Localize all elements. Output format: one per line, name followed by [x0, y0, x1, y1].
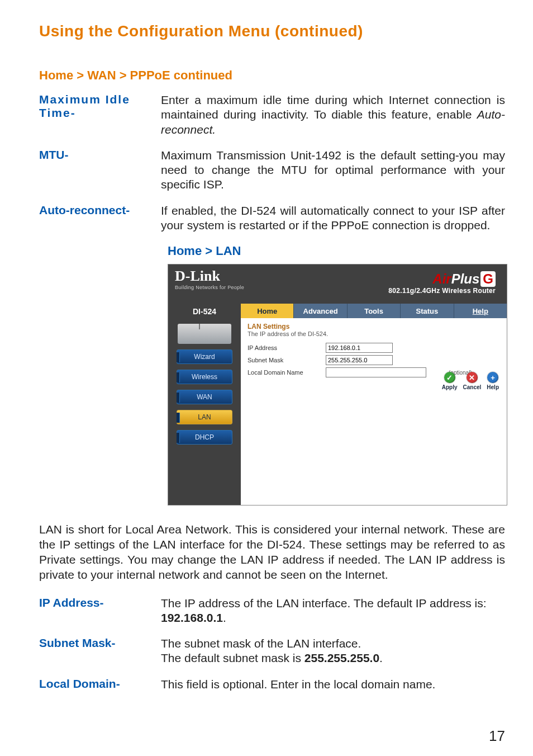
- body-auto-reconnect: If enabled, the DI-524 will automaticall…: [161, 204, 505, 233]
- field-row-mask: Subnet Mask: [248, 355, 500, 365]
- def-max-idle: Maximum Idle Time- Enter a maximum idle …: [39, 93, 505, 137]
- router-ui-frame: D-Link Building Networks for People AirP…: [168, 264, 507, 505]
- def-mtu: MTU- Maximum Transmission Unit-1492 is t…: [39, 148, 505, 192]
- apply-button[interactable]: ✓ Apply: [442, 372, 458, 390]
- text: The IP address of the LAN interface. The…: [161, 597, 487, 609]
- sidebar-item-wireless[interactable]: Wireless: [177, 370, 232, 384]
- brand-air: Air: [432, 271, 451, 286]
- def-ip-address: IP Address- The IP address of the LAN in…: [39, 596, 505, 626]
- action-label: Apply: [442, 384, 458, 390]
- page-title: Using the Configuration Menu (continued): [39, 22, 505, 40]
- breadcrumb-text: Home > WAN > PPPoE continued: [39, 68, 232, 82]
- label-subnet-mask: Subnet Mask: [248, 357, 320, 363]
- action-row: ✓ Apply ✕ Cancel + Help: [442, 372, 499, 390]
- router-tabs: Home Advanced Tools Status Help: [241, 304, 507, 318]
- term-auto-reconnect: Auto-reconnect-: [39, 204, 161, 233]
- term-ip-address: IP Address-: [39, 596, 161, 626]
- field-row-ip: IP Address: [248, 343, 500, 353]
- cancel-button[interactable]: ✕ Cancel: [463, 372, 482, 390]
- input-ip-address[interactable]: [326, 343, 393, 353]
- router-screenshot: D-Link Building Networks for People AirP…: [168, 264, 505, 505]
- body-mtu: Maximum Transmission Unit-1492 is the de…: [161, 148, 505, 192]
- label-ip-address: IP Address: [248, 344, 320, 351]
- tab-help[interactable]: Help: [454, 304, 507, 318]
- panel-subtitle: The IP address of the DI-524.: [248, 330, 500, 337]
- device-image: [178, 324, 231, 344]
- action-label: Help: [487, 384, 499, 390]
- tab-home[interactable]: Home: [241, 304, 294, 318]
- term-max-idle: Maximum Idle Time-: [39, 93, 161, 137]
- text: The default subnet mask is: [161, 651, 304, 664]
- def-local-domain: Local Domain- This field is optional. En…: [39, 677, 505, 692]
- body-local-domain: This field is optional. Enter in the loc…: [161, 677, 505, 692]
- tab-status[interactable]: Status: [401, 304, 454, 318]
- tab-tools[interactable]: Tools: [348, 304, 401, 318]
- label-local-domain: Local Domain Name: [248, 369, 320, 376]
- section-home-lan: Home > LAN: [168, 244, 505, 258]
- text: .: [223, 611, 226, 624]
- term-subnet-mask: Subnet Mask-: [39, 636, 161, 666]
- sidebar-item-wizard[interactable]: Wizard: [177, 349, 232, 364]
- airplus-sub: 802.11g/2.4GHz Wireless Router: [388, 287, 496, 295]
- brand-plus: Plus: [451, 271, 480, 286]
- breadcrumb-wan-pppoe: Home > WAN > PPPoE continued: [39, 68, 505, 83]
- sidebar-item-label: Wireless: [192, 373, 217, 381]
- airplus-main: AirPlusG: [388, 271, 496, 287]
- text-bold: 192.168.0.1: [161, 611, 223, 624]
- action-label: Cancel: [463, 384, 482, 390]
- text: The subnet mask of the LAN interface.: [161, 637, 361, 650]
- router-header: D-Link Building Networks for People AirP…: [168, 264, 507, 304]
- x-icon: ✕: [467, 372, 478, 383]
- brand-g: G: [480, 271, 496, 287]
- sidebar-item-wan[interactable]: WAN: [177, 390, 232, 404]
- term-local-domain: Local Domain-: [39, 677, 161, 692]
- def-auto-reconnect: Auto-reconnect- If enabled, the DI-524 w…: [39, 204, 505, 233]
- input-subnet-mask[interactable]: [326, 355, 393, 365]
- text: Enter a maximum idle time during which I…: [161, 93, 505, 121]
- plus-icon: +: [487, 372, 498, 383]
- panel-title: LAN Settings: [248, 323, 500, 330]
- router-sidebar: DI-524 Wizard Wireless WAN LAN DHCP: [168, 304, 241, 505]
- sidebar-item-lan[interactable]: LAN: [177, 410, 232, 424]
- page-number: 17: [489, 727, 505, 745]
- sidebar-item-label: Wizard: [194, 353, 215, 361]
- airplus-brand: AirPlusG 802.11g/2.4GHz Wireless Router: [388, 271, 496, 295]
- text-bold: 255.255.255.0: [304, 651, 379, 664]
- sidebar-item-label: LAN: [198, 413, 211, 421]
- help-button[interactable]: + Help: [487, 372, 499, 390]
- input-local-domain[interactable]: [326, 367, 426, 377]
- tab-advanced[interactable]: Advanced: [294, 304, 347, 318]
- router-main: Home Advanced Tools Status Help LAN Sett…: [241, 304, 507, 505]
- def-subnet-mask: Subnet Mask- The subnet mask of the LAN …: [39, 636, 505, 666]
- sidebar-item-dhcp[interactable]: DHCP: [177, 430, 232, 445]
- body-ip-address: The IP address of the LAN interface. The…: [161, 596, 505, 626]
- sidebar-item-label: WAN: [197, 393, 212, 401]
- body-max-idle: Enter a maximum idle time during which I…: [161, 93, 505, 137]
- check-icon: ✓: [444, 372, 455, 383]
- lan-settings-panel: LAN Settings The IP address of the DI-52…: [241, 318, 507, 486]
- body-subnet-mask: The subnet mask of the LAN interface. Th…: [161, 636, 505, 666]
- sidebar-item-label: DHCP: [195, 433, 214, 441]
- text: .: [379, 651, 383, 664]
- model-label: DI-524: [193, 307, 216, 316]
- term-mtu: MTU-: [39, 148, 161, 192]
- lan-description: LAN is short for Local Area Network. Thi…: [39, 522, 505, 583]
- router-body: DI-524 Wizard Wireless WAN LAN DHCP Home…: [168, 304, 507, 505]
